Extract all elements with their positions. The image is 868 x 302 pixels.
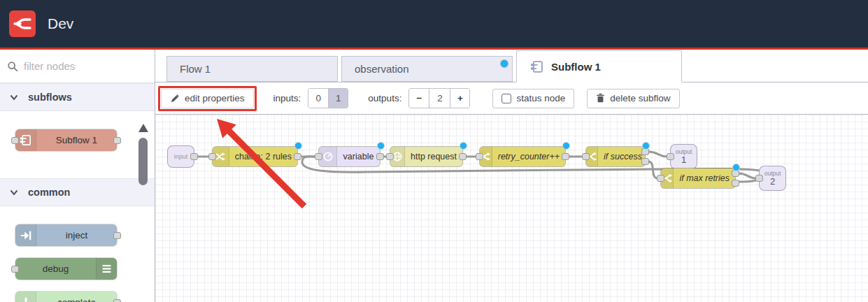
trash-icon [596, 93, 605, 103]
node-output-port[interactable] [376, 153, 384, 160]
chevron-down-icon [10, 94, 18, 101]
flow-canvas[interactable]: input c [155, 115, 868, 302]
subflows-section-body: Subflow 1 [0, 111, 155, 178]
inputs-option-0[interactable]: 0 [308, 89, 328, 108]
palette-scrollbar[interactable] [138, 124, 148, 185]
palette-sidebar: subflows Subflow 1 [0, 50, 155, 302]
node-label: input [174, 154, 188, 160]
chevron-down-icon [10, 189, 18, 196]
node-if-max-retries[interactable]: if max retries [661, 168, 735, 188]
search-input[interactable] [24, 60, 129, 72]
edit-properties-button[interactable]: edit properties [161, 89, 254, 108]
outputs-label: outputs: [368, 93, 401, 103]
node-variable[interactable]: variable [319, 147, 380, 166]
node-output-port[interactable] [294, 153, 301, 160]
status-node-checkbox[interactable] [501, 94, 511, 103]
node-output-port[interactable] [113, 232, 121, 239]
palette-node-debug[interactable]: debug [15, 258, 117, 280]
node-if-success[interactable]: if success [586, 147, 645, 166]
node-input-port[interactable] [755, 175, 763, 182]
palette-section-common[interactable]: common [0, 178, 155, 206]
complete-exclamation-icon [15, 292, 36, 302]
changed-indicator-dot [562, 142, 570, 150]
node-output-port[interactable] [562, 153, 569, 160]
node-input-port[interactable] [315, 153, 322, 160]
scrollbar-thumb[interactable] [138, 138, 148, 185]
common-section-body: inject debug [0, 206, 155, 302]
node-input-port[interactable] [657, 175, 664, 182]
debug-icon [96, 258, 117, 280]
node-red-logo-icon[interactable] [9, 10, 36, 37]
palette-node-label: debug [15, 264, 96, 274]
palette-section-subflows[interactable]: subflows [0, 83, 155, 111]
node-input-port[interactable] [208, 153, 216, 160]
tab-flow-1[interactable]: Flow 1 [166, 56, 338, 82]
status-node-toggle[interactable]: status node [492, 89, 574, 108]
red-annotation-arrow [155, 115, 867, 302]
outputs-stepper: − 2 + [408, 88, 470, 108]
node-retry-counter[interactable]: retry_counter++ [480, 147, 565, 166]
palette-node-complete[interactable]: complete [15, 292, 117, 302]
palette-node-inject[interactable]: inject [15, 224, 117, 246]
node-label: http request [405, 152, 462, 161]
wire [739, 173, 756, 178]
scroll-up-arrow[interactable] [138, 124, 148, 132]
node-output-port[interactable] [113, 299, 121, 302]
subflow-input-node[interactable]: input [168, 146, 194, 167]
wire [648, 161, 657, 178]
node-label: variable [337, 152, 380, 161]
node-input-port[interactable] [11, 266, 19, 273]
button-label: status node [516, 93, 565, 103]
node-input-port[interactable] [476, 153, 483, 160]
inputs-option-1[interactable]: 1 [328, 89, 348, 108]
node-label: retry_counter++ [492, 152, 565, 161]
section-label: subflows [28, 92, 72, 103]
palette-node-label: complete [36, 297, 117, 302]
palette-node-label: Subflow 1 [36, 135, 117, 145]
node-output-port[interactable] [113, 137, 121, 144]
node-label: if max retries [674, 173, 735, 183]
tab-observation[interactable]: observation [341, 56, 513, 82]
changed-indicator-dot [377, 142, 385, 150]
node-label: if success [598, 152, 648, 161]
section-label: common [28, 187, 70, 198]
red-annotation-box: edit properties [158, 86, 257, 111]
node-input-port[interactable] [386, 153, 394, 160]
output-number: 2 [770, 177, 775, 187]
node-output-port[interactable] [190, 153, 198, 160]
wires-layer [155, 115, 867, 302]
palette-search-row [0, 50, 155, 83]
subflow-output-2-node[interactable]: output 2 [760, 166, 785, 190]
search-icon [7, 61, 18, 72]
app-title: Dev [48, 15, 73, 32]
node-input-port[interactable] [11, 137, 19, 144]
node-switch-chaine[interactable]: chaine: 2 rules [213, 147, 297, 166]
changed-indicator-dot [732, 164, 740, 171]
palette-node-label: inject [36, 230, 117, 240]
subflow-toolbar: edit properties inputs: 0 1 outputs: − 2… [155, 82, 868, 115]
node-palette: subflows Subflow 1 [0, 83, 155, 302]
inject-icon [15, 224, 36, 246]
node-output-port-2[interactable] [732, 180, 739, 187]
button-label: edit properties [185, 93, 245, 103]
logo-glyph [13, 15, 31, 33]
delete-subflow-button[interactable]: delete subflow [587, 89, 679, 108]
tab-subflow-1[interactable]: Subflow 1 [516, 50, 682, 82]
output-number: 1 [681, 155, 686, 165]
subflow-output-1-node[interactable]: output 1 [671, 145, 697, 168]
node-input-port[interactable] [667, 153, 674, 160]
changed-indicator-dot [460, 142, 467, 150]
palette-node-subflow-1[interactable]: Subflow 1 [15, 129, 117, 151]
node-http-request[interactable]: http request [390, 147, 462, 166]
node-label: chaine: 2 rules [229, 152, 297, 161]
outputs-decrease-button[interactable]: − [409, 89, 429, 108]
node-input-port[interactable] [582, 153, 590, 160]
node-output-port[interactable] [459, 153, 467, 160]
button-label: delete subflow [610, 93, 670, 103]
node-red-app: Dev subflows [0, 0, 868, 302]
node-output-port-2[interactable] [641, 158, 649, 165]
outputs-increase-button[interactable]: + [450, 89, 469, 108]
inputs-segmented-control: 0 1 [308, 88, 348, 108]
outputs-value[interactable]: 2 [429, 89, 450, 108]
wire [648, 152, 667, 157]
